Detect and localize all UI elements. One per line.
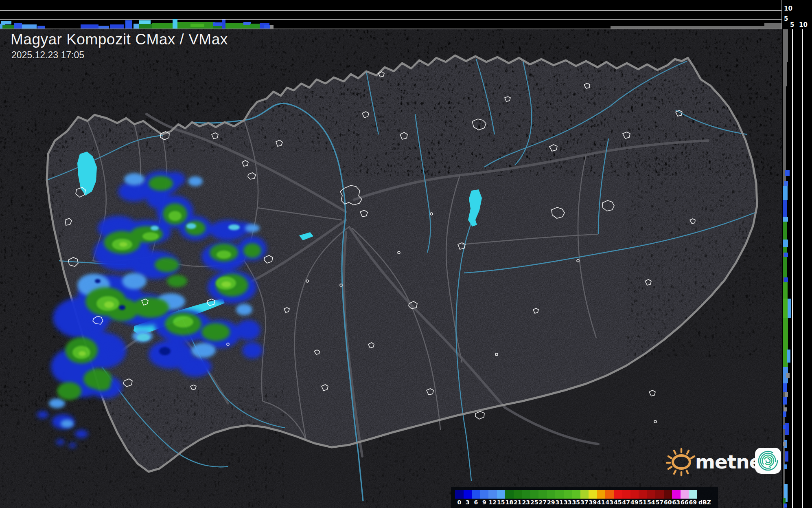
dbz-cell-27 — [538, 490, 547, 499]
dbz-tick-45: 45 — [614, 499, 622, 506]
dbz-cell-23 — [522, 490, 530, 499]
profile-bar — [152, 23, 173, 29]
dbz-tick-29: 29 — [547, 499, 556, 506]
dbz-cell-0 — [455, 490, 464, 499]
page-title: Magyar Kompozit CMax / VMax — [11, 31, 228, 48]
dbz-tick-23: 23 — [522, 499, 530, 506]
right-strip-gridline-10 — [802, 29, 803, 508]
profile-bar — [784, 407, 787, 411]
dbz-tick-21: 21 — [514, 499, 522, 506]
profile-bar — [784, 181, 788, 186]
profile-bar — [783, 222, 787, 240]
profile-bar — [783, 62, 787, 86]
profile-bar — [783, 282, 788, 299]
dbz-tick-18: 18 — [505, 499, 514, 506]
profile-bar — [222, 20, 225, 29]
dbz-tick-66: 66 — [681, 499, 689, 506]
dbz-cell-3 — [464, 490, 472, 499]
profile-bar — [783, 299, 788, 318]
right-height-profile-strip — [782, 29, 812, 508]
dbz-tick-41: 41 — [597, 499, 606, 506]
top-axis-label-10: 10 — [784, 5, 792, 12]
metnet-logo: metnet — [664, 444, 782, 479]
profile-bar — [785, 392, 788, 397]
dbz-cell-57 — [655, 490, 664, 499]
dbz-cell-29 — [547, 490, 556, 499]
dbz-tick-6: 6 — [472, 499, 480, 506]
profile-bar — [190, 24, 204, 27]
dbz-cell-9 — [480, 490, 489, 499]
dbz-tick-51: 51 — [639, 499, 647, 506]
dbz-cell-21 — [514, 490, 522, 499]
dbz-cell-45 — [614, 490, 622, 499]
profile-bar — [784, 253, 788, 257]
dbz-cell-51 — [639, 490, 647, 499]
dbz-cell-15 — [497, 490, 506, 499]
dbz-cell-37 — [580, 490, 589, 499]
dbz-cell-66 — [681, 490, 689, 499]
timestamp: 2025.12.23 17:05 — [11, 50, 84, 61]
dbz-tick-35: 35 — [572, 499, 580, 506]
right-axis-label-5: 5 — [790, 21, 794, 29]
dbz-tick-47: 47 — [622, 499, 630, 506]
dbz-tick-12: 12 — [488, 499, 497, 506]
dbz-cell-49 — [630, 490, 639, 499]
profile-bar — [783, 257, 787, 277]
dbz-cell-12 — [488, 490, 497, 499]
dbz-tick-69: 69 — [689, 499, 697, 506]
right-strip-gridline-5 — [792, 29, 793, 508]
profile-bar — [783, 217, 788, 222]
dbz-cell-25 — [530, 490, 539, 499]
dbz-tick-31: 31 — [555, 499, 564, 506]
profile-bar — [784, 277, 788, 282]
profile-bar — [783, 200, 787, 217]
dbz-cell-6 — [472, 490, 480, 499]
metnet-app-icon — [755, 447, 781, 474]
profile-bar — [786, 373, 790, 378]
dbz-tick-54: 54 — [647, 499, 656, 506]
dbz-cell-47 — [622, 490, 630, 499]
profile-bar — [139, 20, 151, 24]
profile-bar — [14, 23, 22, 29]
dbz-cell-63 — [672, 490, 681, 499]
profile-bar — [783, 240, 788, 247]
color-scale-cells — [455, 490, 697, 499]
dbz-tick-3: 3 — [464, 499, 472, 506]
dbz-tick-27: 27 — [538, 499, 547, 506]
dbz-tick-25: 25 — [530, 499, 539, 506]
dbz-color-scale: 0369121518212325272931333537394143454749… — [451, 487, 718, 508]
dbz-cell-60 — [664, 490, 672, 499]
dbz-cell-69 — [689, 490, 697, 499]
top-height-profile-strip — [0, 0, 782, 29]
dbz-tick-60: 60 — [664, 499, 672, 506]
dbz-cell-31 — [555, 490, 564, 499]
profile-bar — [783, 383, 787, 392]
profile-bar — [783, 247, 787, 253]
profile-bar — [787, 350, 790, 363]
color-scale-unit: dBZ — [698, 499, 711, 506]
profile-bar — [213, 22, 222, 26]
profile-bar — [784, 464, 787, 469]
dbz-tick-15: 15 — [497, 499, 506, 506]
dbz-cell-33 — [564, 490, 572, 499]
profile-bar — [783, 442, 786, 446]
dbz-tick-57: 57 — [655, 499, 664, 506]
dbz-cell-18 — [505, 490, 514, 499]
profile-bar — [783, 186, 788, 200]
radar-map-hungary — [0, 29, 782, 508]
profile-bar — [1, 21, 11, 24]
dbz-cell-41 — [597, 490, 606, 499]
profile-bar — [785, 451, 788, 462]
profile-bar — [783, 425, 786, 429]
dbz-cell-43 — [605, 490, 614, 499]
profile-bar — [783, 411, 786, 417]
color-scale-ticks: 0369121518212325272931333537394143454749… — [455, 499, 697, 506]
top-axis-label-5: 5 — [784, 15, 788, 22]
dbz-tick-39: 39 — [589, 499, 597, 506]
profile-bar — [783, 29, 788, 62]
profile-bar — [785, 170, 790, 176]
dbz-tick-9: 9 — [480, 499, 489, 506]
top-strip-gridline-10 — [0, 10, 782, 11]
sun-icon — [664, 444, 697, 479]
profile-bar — [783, 397, 787, 405]
